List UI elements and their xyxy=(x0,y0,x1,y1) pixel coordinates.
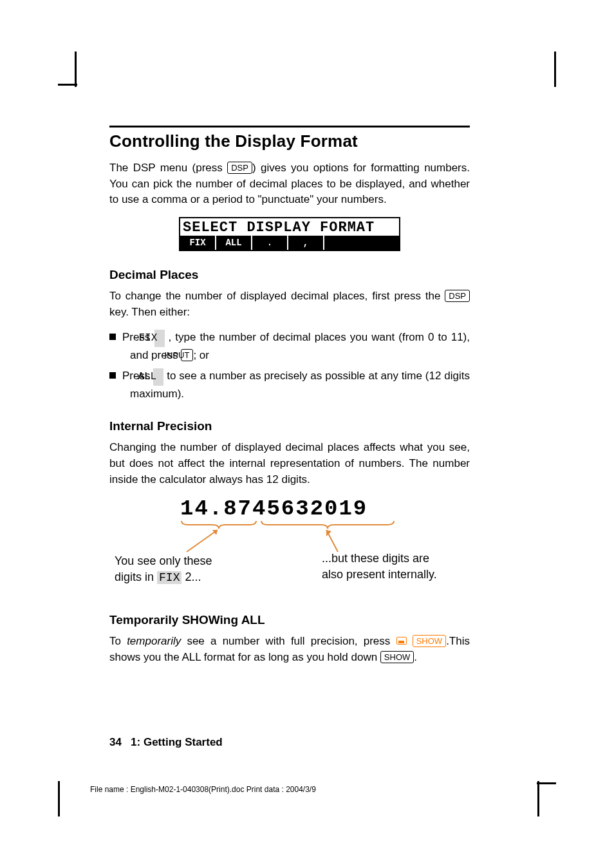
show-key: SHOW xyxy=(413,635,446,647)
text: also present internally. xyxy=(322,568,437,581)
all-softkey: ALL xyxy=(153,368,163,386)
chapter-label: 1: Getting Started xyxy=(131,736,223,748)
page-number: 34 xyxy=(109,736,122,748)
crop-mark xyxy=(537,782,556,784)
showing-all-heading: Temporarily SHOWing ALL xyxy=(109,613,470,627)
file-metadata: File name : English-M02-1-040308(Print).… xyxy=(90,785,316,794)
page-heading: Controlling the Display Format xyxy=(109,131,470,151)
lcd-menu-period: . xyxy=(252,236,288,250)
shift-key-icon xyxy=(396,637,407,645)
arrow-right xyxy=(319,527,351,553)
fix-softkey: FIX xyxy=(154,330,165,347)
text-italic: temporarily xyxy=(127,635,181,647)
svg-line-0 xyxy=(187,530,218,552)
text: key. Then either: xyxy=(109,306,190,318)
text: see a number with full precision, press xyxy=(181,635,396,647)
text: to see a number as precisely as possible… xyxy=(130,370,470,400)
arrow-left xyxy=(180,527,225,553)
example-number: 14.8745632019 xyxy=(180,496,367,521)
intro-text: The DSP menu (press xyxy=(109,162,227,174)
text: 2... xyxy=(181,571,201,583)
text: ; or xyxy=(193,349,209,361)
lcd-menu-fix: FIX xyxy=(180,236,216,250)
show-key: SHOW xyxy=(380,651,414,663)
list-item: Press FIX , type the number of decimal p… xyxy=(109,329,470,364)
intro-paragraph: The DSP menu (press DSP) gives you optio… xyxy=(109,160,470,208)
annotation-left: You see only these digits in FIX 2... xyxy=(115,553,212,585)
list-item: Press ALL to see a number as precisely a… xyxy=(109,368,470,402)
text: ...but these digits are xyxy=(322,552,429,565)
fix-softkey: FIX xyxy=(157,571,181,584)
lcd-screen: SELECT DISPLAY FORMAT FIX ALL . , xyxy=(179,217,400,251)
annotation-right: ...but these digits are also present int… xyxy=(322,551,437,582)
precision-diagram: 14.8745632019 You see only these digits … xyxy=(109,496,470,596)
text: . xyxy=(414,651,417,663)
decimal-places-list: Press FIX , type the number of decimal p… xyxy=(109,329,470,402)
lcd-title: SELECT DISPLAY FORMAT xyxy=(180,218,399,236)
text: To xyxy=(109,635,127,647)
decimal-places-intro: To change the number of displayed decima… xyxy=(109,288,470,320)
dsp-key: DSP xyxy=(445,290,470,302)
lcd-menu-comma: , xyxy=(288,236,324,250)
lcd-menu-row: FIX ALL . , xyxy=(180,236,399,250)
lcd-menu-blank xyxy=(324,236,399,250)
page-footer: 34 1: Getting Started xyxy=(109,736,223,749)
dsp-key: DSP xyxy=(227,162,252,174)
crop-mark xyxy=(554,52,556,87)
content-area: Controlling the Display Format The DSP m… xyxy=(109,126,470,675)
bullet-icon xyxy=(109,372,116,379)
crop-mark xyxy=(58,781,60,816)
bullet-icon xyxy=(109,334,116,340)
text: You see only these xyxy=(115,554,212,567)
text: To change the number of displayed decima… xyxy=(109,290,445,302)
showing-all-paragraph: To temporarily see a number with full pr… xyxy=(109,634,470,665)
lcd-menu-all: ALL xyxy=(216,236,252,250)
section-rule xyxy=(109,126,470,127)
crop-mark xyxy=(537,781,539,816)
internal-precision-heading: Internal Precision xyxy=(109,419,470,433)
text: digits in xyxy=(115,571,157,583)
crop-mark xyxy=(75,52,77,87)
internal-precision-paragraph: Changing the number of displayed decimal… xyxy=(109,440,470,487)
lcd-illustration: SELECT DISPLAY FORMAT FIX ALL . , xyxy=(109,217,470,251)
decimal-places-heading: Decimal Places xyxy=(109,268,470,282)
input-key: INPUT xyxy=(181,349,193,361)
